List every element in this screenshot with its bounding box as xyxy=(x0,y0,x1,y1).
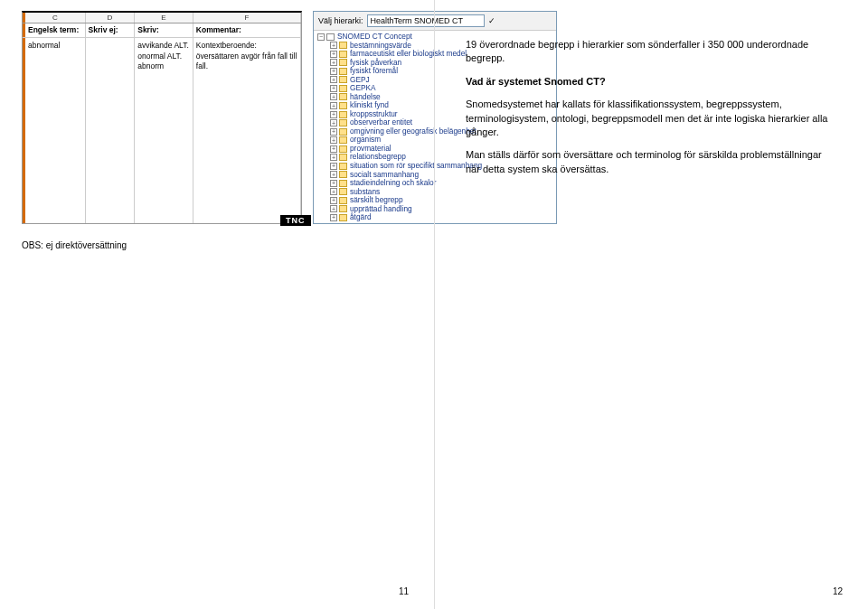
folder-icon xyxy=(339,85,347,92)
expand-icon[interactable]: + xyxy=(330,214,337,221)
header-skriv-ej: Skriv ej: xyxy=(86,23,136,37)
expand-icon[interactable]: + xyxy=(330,68,337,75)
folder-icon xyxy=(339,214,347,221)
column-letters-row: C D E F xyxy=(23,13,301,23)
folder-icon xyxy=(339,145,347,153)
translation-table: C D E F Engelsk term: Skriv ej: Skriv: K… xyxy=(22,11,302,224)
para-2: Snomedsystemet har kallats för klassifik… xyxy=(466,98,828,139)
cell-skriv: avvikande ALT. onormal ALT. abnorm xyxy=(135,38,193,223)
header-term: Engelsk term: xyxy=(23,23,86,37)
cell-skriv-ej xyxy=(86,38,136,223)
col-f: F xyxy=(193,13,301,23)
folder-icon xyxy=(339,171,347,178)
body-text: 19 överordnade begrepp i hierarkier som … xyxy=(457,38,846,176)
folder-icon xyxy=(339,59,347,66)
expand-icon[interactable]: + xyxy=(330,102,337,109)
tree-label: Välj hierarki: xyxy=(318,16,363,25)
cell-kommentar: Kontextberoende: översättaren avgör från… xyxy=(193,38,301,223)
page-number: 12 xyxy=(833,586,843,596)
expand-icon[interactable]: + xyxy=(330,51,337,58)
folder-icon xyxy=(339,205,347,212)
folder-icon xyxy=(339,136,347,144)
data-row: abnormal avvikande ALT. onormal ALT. abn… xyxy=(23,38,301,223)
expand-icon[interactable]: + xyxy=(330,111,337,118)
folder-icon xyxy=(339,102,347,109)
footnote: OBS: ej direktöversättning xyxy=(22,240,412,250)
folder-icon xyxy=(339,111,347,118)
folder-icon xyxy=(339,42,347,49)
expand-icon[interactable]: + xyxy=(330,85,337,92)
expand-icon[interactable]: + xyxy=(330,128,337,136)
folder-icon xyxy=(339,188,347,195)
expand-icon[interactable]: + xyxy=(330,76,337,83)
col-c: C xyxy=(23,13,86,23)
expand-icon[interactable]: + xyxy=(330,145,337,153)
folder-icon xyxy=(339,163,347,170)
header-skriv: Skriv: xyxy=(135,23,193,37)
col-e: E xyxy=(135,13,193,23)
slide-12: 19 överordnade begrepp i hierarkier som … xyxy=(434,0,868,609)
expand-icon[interactable]: + xyxy=(330,154,337,161)
expand-icon[interactable]: + xyxy=(330,180,337,187)
folder-icon xyxy=(339,154,347,161)
folder-icon xyxy=(339,197,347,204)
slide-11: C D E F Engelsk term: Skriv ej: Skriv: K… xyxy=(0,0,434,609)
folder-icon xyxy=(339,93,347,100)
para-1: 19 överordnade begrepp i hierarkier som … xyxy=(466,38,828,66)
folder-icon xyxy=(339,76,347,83)
cell-term: abnormal xyxy=(23,38,86,223)
expand-icon[interactable]: + xyxy=(330,197,337,204)
folder-icon xyxy=(339,180,347,187)
folder-icon xyxy=(339,51,347,58)
expand-icon[interactable]: + xyxy=(330,171,337,178)
folder-icon xyxy=(339,119,347,126)
expand-icon[interactable]: + xyxy=(330,42,337,49)
header-labels-row: Engelsk term: Skriv ej: Skriv: Kommentar… xyxy=(23,23,301,38)
header-kommentar: Kommentar: xyxy=(193,23,301,37)
collapse-icon[interactable]: − xyxy=(317,33,325,41)
para-3: Man ställs därför som översättare och te… xyxy=(466,148,828,176)
folder-icon xyxy=(339,68,347,75)
expand-icon[interactable]: + xyxy=(330,205,337,212)
tree-item-label: åtgärd xyxy=(350,213,372,222)
expand-icon[interactable]: + xyxy=(330,163,337,170)
folder-icon xyxy=(326,33,335,41)
col-d: D xyxy=(86,13,136,23)
expand-icon[interactable]: + xyxy=(330,136,337,144)
expand-icon[interactable]: + xyxy=(330,59,337,66)
folder-icon xyxy=(339,128,347,136)
page-number: 11 xyxy=(399,586,409,596)
expand-icon[interactable]: + xyxy=(330,188,337,195)
heading-question: Vad är systemet Snomed CT? xyxy=(466,75,828,89)
expand-icon[interactable]: + xyxy=(330,119,337,126)
expand-icon[interactable]: + xyxy=(330,93,337,100)
tnc-logo: TNC xyxy=(280,215,311,226)
